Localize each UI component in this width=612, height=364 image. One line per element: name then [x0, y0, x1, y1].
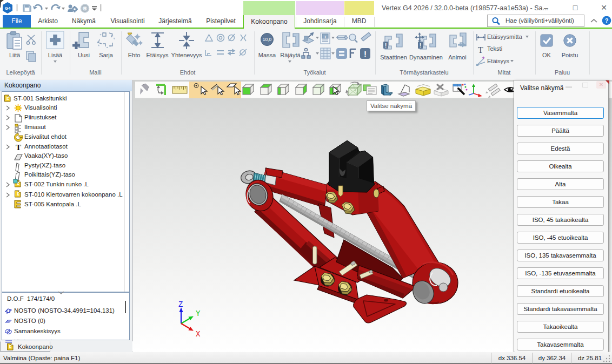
svg-text:!: ! — [420, 42, 422, 49]
svg-text:Z: Z — [178, 300, 183, 309]
svg-text:!: ! — [364, 49, 367, 58]
svg-text:T: T — [16, 143, 21, 152]
svg-text:10,0: 10,0 — [263, 37, 272, 42]
svg-text:G4: G4 — [5, 6, 11, 11]
svg-text:i: i — [324, 35, 325, 39]
svg-text:Y: Y — [196, 309, 201, 318]
svg-text:T: T — [478, 45, 483, 55]
svg-text:X: X — [196, 330, 201, 339]
svg-text:?: ? — [605, 17, 609, 24]
svg-text:!: ! — [385, 42, 387, 49]
svg-text:R: R — [83, 6, 87, 11]
